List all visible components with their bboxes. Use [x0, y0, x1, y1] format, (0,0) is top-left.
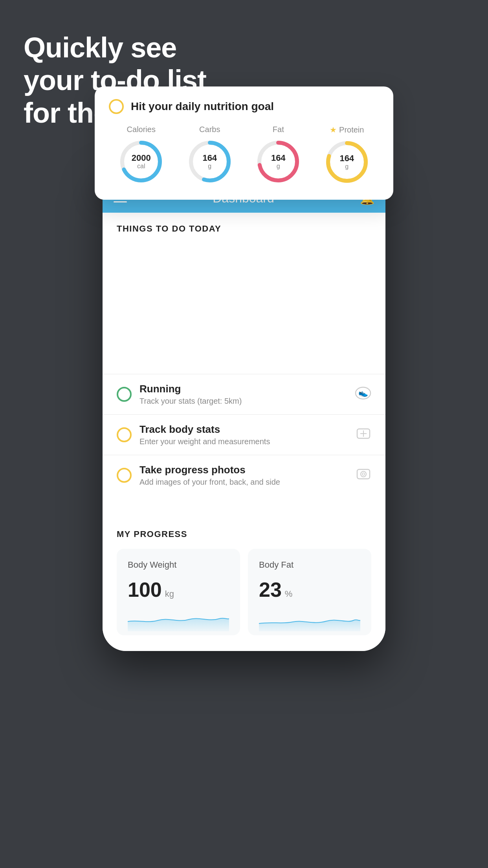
svg-rect-6 [357, 469, 370, 479]
fat-item: Fat 164 g [255, 125, 302, 185]
running-icon: 👟 [355, 386, 371, 403]
list-item[interactable]: Take progress photos Add images of your … [103, 455, 385, 495]
body-weight-number: 100 [128, 578, 162, 601]
calories-donut: 2000 cal [117, 138, 165, 185]
main-content: THINGS TO DO TODAY Running Track your st… [103, 213, 385, 651]
nutrition-grid: Calories 2000 cal Carbs [109, 125, 379, 186]
carbs-value: 164 g [202, 153, 217, 170]
body-fat-chart [259, 608, 360, 631]
todo-list: Running Track your stats (target: 5km) 👟… [103, 374, 385, 495]
running-text: Running Track your stats (target: 5km) [139, 383, 347, 406]
running-check-circle[interactable] [117, 387, 132, 402]
carbs-item: Carbs 164 g [186, 125, 233, 185]
list-item[interactable]: Track body stats Enter your weight and m… [103, 414, 385, 455]
body-fat-value: 23 % [259, 578, 360, 601]
svg-text:👟: 👟 [358, 388, 368, 397]
phone-mockup: 9:41 ▾▴▾ Dashboard 🔔 [103, 165, 385, 651]
track-stats-text: Track body stats Enter your weight and m… [139, 423, 348, 446]
progress-section: MY PROGRESS Body Weight 100 kg [103, 515, 385, 635]
nutrition-check-circle[interactable] [109, 99, 124, 114]
body-fat-card[interactable]: Body Fat 23 % [248, 549, 371, 635]
protein-label: ★ Protein [330, 125, 364, 134]
track-stats-subtitle: Enter your weight and measurements [139, 437, 348, 446]
body-weight-card[interactable]: Body Weight 100 kg [117, 549, 240, 635]
progress-cards: Body Weight 100 kg [117, 549, 371, 635]
protein-donut: 164 g [323, 138, 371, 186]
protein-label-text: Protein [339, 125, 364, 134]
fat-value: 164 g [271, 153, 286, 170]
body-fat-unit: % [285, 589, 293, 599]
calories-label: Calories [127, 125, 156, 134]
protein-value: 164 g [339, 154, 354, 170]
list-item[interactable]: Running Track your stats (target: 5km) 👟 [103, 374, 385, 414]
calories-value: 2000 cal [132, 153, 151, 170]
nutrition-card-title: Hit your daily nutrition goal [131, 100, 274, 113]
calories-item: Calories 2000 cal [117, 125, 165, 185]
carbs-donut: 164 g [186, 138, 233, 185]
headline-line1: Quickly see [24, 31, 206, 64]
bottom-spacer [103, 635, 385, 651]
progress-photos-title: Take progress photos [139, 464, 348, 476]
running-subtitle: Track your stats (target: 5km) [139, 397, 347, 406]
nutrition-card: Hit your daily nutrition goal Calories 2… [95, 86, 393, 200]
body-weight-title: Body Weight [128, 560, 229, 570]
carbs-label: Carbs [199, 125, 220, 134]
svg-point-8 [362, 473, 365, 475]
card-header: Hit your daily nutrition goal [109, 99, 379, 114]
things-today-header: THINGS TO DO TODAY [103, 213, 385, 240]
card-spacer [103, 240, 385, 374]
body-fat-number: 23 [259, 578, 282, 601]
photo-icon [356, 467, 371, 484]
progress-section-label: MY PROGRESS [117, 529, 371, 539]
body-weight-unit: kg [165, 589, 174, 599]
progress-photos-text: Take progress photos Add images of your … [139, 464, 348, 487]
progress-photos-check-circle[interactable] [117, 468, 132, 483]
progress-photos-subtitle: Add images of your front, back, and side [139, 478, 348, 487]
star-icon: ★ [330, 125, 337, 134]
track-stats-check-circle[interactable] [117, 427, 132, 442]
fat-label: Fat [273, 125, 284, 134]
running-title: Running [139, 383, 347, 395]
svg-point-7 [361, 471, 366, 477]
body-fat-title: Body Fat [259, 560, 360, 570]
scale-icon [356, 427, 371, 443]
body-weight-value: 100 kg [128, 578, 229, 601]
spacer [103, 495, 385, 515]
fat-donut: 164 g [255, 138, 302, 185]
protein-item: ★ Protein 164 g [323, 125, 371, 186]
body-weight-chart [128, 608, 229, 631]
track-stats-title: Track body stats [139, 423, 348, 436]
